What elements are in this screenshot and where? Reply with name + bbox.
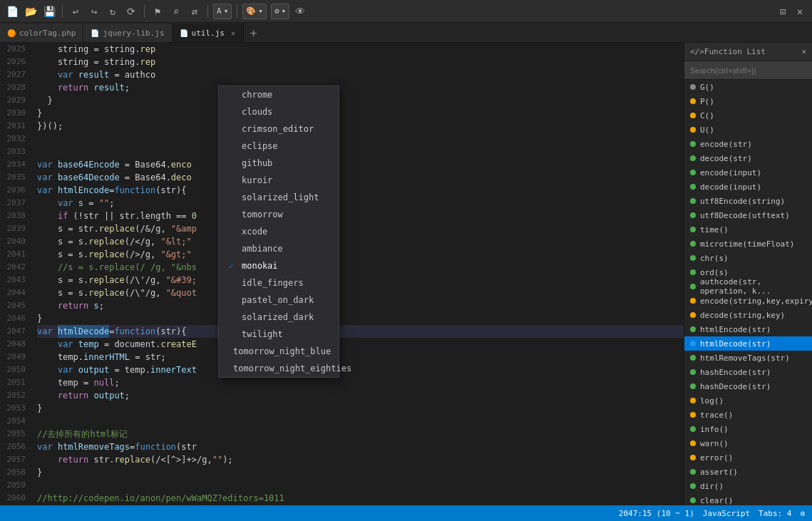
tab-util-close[interactable]: ✕ [231,29,235,37]
function-list-item[interactable]: P() [684,94,812,108]
fn-dot-icon [690,127,696,133]
tab-util[interactable]: 📄 util.js ✕ [173,24,244,42]
bookmark-icon[interactable]: ⚑ [150,4,165,19]
function-list-item[interactable]: hashDecode(str) [684,379,812,393]
panel-close-icon[interactable]: × [801,47,806,56]
dropdown-arrow2: ▾ [258,6,263,16]
function-list-item[interactable]: htmlRemoveTags(str) [684,351,812,365]
theme-solarized-dark[interactable]: solarized_dark [219,309,339,326]
undo-icon[interactable]: ↩ [68,4,83,19]
fn-label: log() [700,396,724,406]
fn-dot-icon [690,497,696,503]
function-list-item[interactable]: decode(input) [684,180,812,194]
code-line: var base64Decode = Base64.deco [37,171,684,184]
theme-dropdown[interactable]: 🎨 ▾ [242,4,267,19]
code-line: s = s.replace(/>/g, "&gt;" [37,248,684,261]
status-settings-icon[interactable]: ⚙ [800,509,805,518]
refresh-icon[interactable]: ↻ [105,4,120,19]
theme-tomorrow-night-eighties[interactable]: tomorrow_night_eighties [219,360,339,377]
code-line [37,133,684,145]
function-list-item[interactable]: clear() [684,493,812,505]
search-icon[interactable]: ⌕ [168,4,184,19]
font-dropdown[interactable]: A ▾ [213,4,232,19]
code-editor[interactable]: 2025202620272028 2029203020312032 203320… [0,43,684,505]
fn-dot-icon [690,241,696,247]
dropdown-arrow: ▾ [224,6,229,16]
maximize-icon[interactable]: ⊡ [775,4,791,19]
tab-color[interactable]: 🟠 colorTag.php [0,24,83,42]
function-list-item[interactable]: log() [684,393,812,408]
refresh2-icon[interactable]: ⟳ [123,4,139,19]
function-list-item[interactable]: chr(s) [684,251,812,265]
theme-pastel[interactable]: pastel_on_dark [219,292,339,309]
toolbar: 📄 📂 💾 ↩ ↪ ↻ ⟳ ⚑ ⌕ ⇄ A ▾ 🎨 ▾ ⚙ ▾ 👁 ⊡ ✕ [0,0,812,23]
fn-label: time() [700,225,729,234]
redo-icon[interactable]: ↪ [86,4,102,19]
function-list-item[interactable]: warn() [684,436,812,450]
tab-color-label: colorTag.php [19,29,76,38]
function-search-input[interactable] [684,61,812,80]
code-line: var s = ""; [37,197,684,210]
function-list-item[interactable]: hashEncode(str) [684,365,812,379]
function-list-item[interactable]: encode(string,key,expiry) [684,294,812,308]
fn-label: decode(input) [700,182,761,192]
function-list-item[interactable]: htmlEncode(str) [684,322,812,336]
theme-ambiance[interactable]: ambiance [219,240,339,257]
theme-tomorrow[interactable]: tomorrow [219,206,339,223]
code-line: var htmlEncode=function(str){ [37,184,684,197]
tab-add-button[interactable]: + [244,24,264,42]
function-list-item[interactable]: assert() [684,465,812,479]
close-window-icon[interactable]: ✕ [792,4,808,19]
fn-label: decode(str) [700,154,752,163]
theme-tomorrow-night-blue[interactable]: tomorrow_night_blue [219,343,339,360]
new-file-icon[interactable]: 📄 [4,4,20,19]
status-position[interactable]: 2047:15 (10 ~ 1) [619,509,694,518]
settings-dropdown[interactable]: ⚙ ▾ [271,4,289,19]
status-tabs[interactable]: Tabs: 4 [759,509,791,518]
sep4 [237,5,237,18]
function-list-item[interactable]: trace() [684,408,812,422]
theme-twilight[interactable]: twilight [219,326,339,343]
fn-label: ord(s) [700,268,729,277]
fn-label: U() [700,125,714,135]
tab-jquery[interactable]: 📄 jquery-lib.js [83,24,172,42]
status-language[interactable]: JavaScript [703,509,750,518]
function-list-item[interactable]: G() [684,80,812,94]
function-list-item[interactable]: time() [684,222,812,237]
function-list-item[interactable]: microtime(timeFloat) [684,237,812,251]
function-list-item[interactable]: encode(str) [684,137,812,151]
function-list-item[interactable]: utf8Encode(string) [684,194,812,208]
code-content[interactable]: string = string.rep string = string.rep … [31,43,684,505]
theme-xcode[interactable]: xcode [219,223,339,240]
function-list-item[interactable]: error() [684,450,812,465]
theme-crimson[interactable]: crimson_editor [219,120,339,138]
open-file-icon[interactable]: 📂 [23,4,38,19]
theme-clouds[interactable]: clouds [219,103,339,120]
fn-label: microtime(timeFloat) [700,239,794,249]
save-icon[interactable]: 💾 [41,4,57,19]
theme-idle-fingers[interactable]: idle_fingers [219,274,339,292]
function-list-item[interactable]: htmlDecode(str) [684,336,812,351]
view-icon[interactable]: 👁 [292,4,308,19]
panel-title: </>Function List [690,47,766,56]
function-list-item[interactable]: C() [684,108,812,123]
function-list-item[interactable]: decode(str) [684,151,812,165]
theme-monokai[interactable]: ✓ monokai [219,257,339,274]
theme-eclipse[interactable]: eclipse [219,138,339,155]
theme-solarized-light[interactable]: solarized_light [219,189,339,206]
code-line: s = str.replace(/&/g, "&amp [37,222,684,235]
function-list-item[interactable]: dir() [684,479,812,493]
fn-dot-icon [690,412,696,418]
theme-github[interactable]: github [219,155,339,172]
function-list-item[interactable]: decode(string,key) [684,308,812,322]
theme-chrome[interactable]: chrome [219,86,339,103]
function-list-item[interactable]: U() [684,123,812,137]
fn-label: P() [700,97,714,106]
theme-kuroir[interactable]: kuroir [219,172,339,189]
function-list-item[interactable]: encode(input) [684,165,812,180]
function-list-item[interactable]: info() [684,422,812,436]
code-line: return str.replace(/<[^>]+>/g,""); [37,453,684,466]
function-list-item[interactable]: utf8Decode(utftext) [684,208,812,222]
function-list-item[interactable]: authcode(str, operation, k... [684,279,812,294]
shuffle-icon[interactable]: ⇄ [187,4,202,19]
